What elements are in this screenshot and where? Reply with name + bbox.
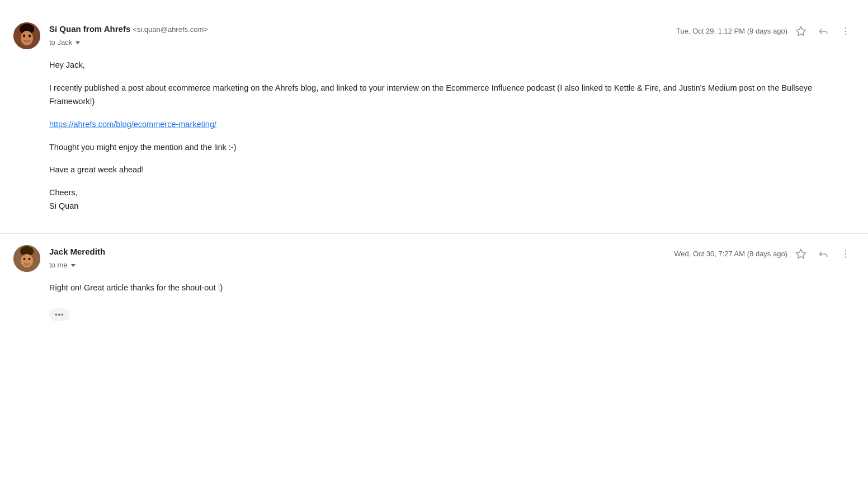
sender-name-2: Jack Meredith (49, 245, 105, 259)
avatar-jack (13, 245, 40, 272)
sender-name-1: Si Quan from Ahrefs <si.quan@ahrefs.com> (49, 22, 208, 36)
star-button-2[interactable] (792, 245, 810, 263)
sender-info-1: Si Quan from Ahrefs <si.quan@ahrefs.com>… (13, 22, 208, 49)
sender-details-1: Si Quan from Ahrefs <si.quan@ahrefs.com>… (49, 22, 208, 49)
expand-button-2[interactable]: ••• (49, 308, 70, 321)
svg-point-8 (845, 34, 847, 36)
body-para2-1: Thought you might enjoy the mention and … (49, 140, 855, 154)
svg-point-4 (29, 35, 31, 37)
avatar-si-svg (13, 22, 40, 49)
message-body-1: Hey Jack, I recently published a post ab… (13, 58, 855, 213)
email-thread: Si Quan from Ahrefs <si.quan@ahrefs.com>… (0, 0, 868, 344)
message-header-2: Jack Meredith to me Wed, Oct 30, 7:27 AM… (13, 245, 855, 272)
message-actions-1: Tue, Oct 29, 1:12 PM (9 days ago) (676, 22, 855, 40)
svg-point-17 (845, 253, 847, 255)
svg-point-14 (23, 263, 31, 266)
body-greeting-1: Hey Jack, (49, 58, 855, 72)
to-dropdown-arrow-2[interactable] (71, 264, 76, 267)
more-icon-1 (840, 26, 851, 37)
svg-point-13 (29, 258, 31, 260)
to-line-1[interactable]: to Jack (49, 37, 208, 49)
message-header-1: Si Quan from Ahrefs <si.quan@ahrefs.com>… (13, 22, 855, 49)
more-button-2[interactable] (837, 245, 855, 263)
svg-marker-15 (796, 250, 806, 259)
message-actions-2: Wed, Oct 30, 7:27 AM (8 days ago) (674, 245, 855, 263)
svg-point-16 (845, 250, 847, 252)
to-line-2[interactable]: to me (49, 260, 105, 271)
avatar-jack-svg (13, 245, 40, 272)
sender-info-2: Jack Meredith to me (13, 245, 105, 272)
svg-point-18 (845, 257, 847, 259)
reply-icon-2 (818, 248, 829, 260)
sender-details-2: Jack Meredith to me (49, 245, 105, 271)
body-para3-1: Have a great week ahead! (49, 163, 855, 177)
body-link-1[interactable]: https://ahrefs.com/blog/ecommerce-market… (49, 120, 216, 129)
svg-point-7 (845, 31, 847, 32)
reply-button-2[interactable] (814, 245, 832, 263)
svg-point-6 (845, 27, 847, 29)
message-body-2: Right on! Great article thanks for the s… (13, 281, 855, 321)
more-button-1[interactable] (837, 22, 855, 40)
more-icon-2 (840, 248, 851, 260)
reply-button-1[interactable] (814, 22, 832, 40)
body-closing-1: Cheers, Si Quan (49, 186, 855, 213)
to-dropdown-arrow-1[interactable] (76, 41, 80, 44)
star-button-1[interactable] (792, 22, 810, 40)
svg-point-12 (23, 258, 26, 260)
timestamp-1: Tue, Oct 29, 1:12 PM (9 days ago) (676, 26, 787, 37)
svg-marker-5 (796, 27, 806, 36)
star-icon-1 (795, 26, 806, 37)
body-para1-1: I recently published a post about ecomme… (49, 81, 855, 109)
avatar-si-quan (13, 22, 40, 49)
email-message-1: Si Quan from Ahrefs <si.quan@ahrefs.com>… (0, 11, 868, 233)
reply-icon-1 (818, 26, 829, 37)
svg-point-2 (21, 31, 33, 45)
body-reply-2: Right on! Great article thanks for the s… (49, 281, 855, 295)
star-icon-2 (795, 248, 806, 260)
timestamp-2: Wed, Oct 30, 7:27 AM (8 days ago) (674, 248, 787, 260)
email-message-2: Jack Meredith to me Wed, Oct 30, 7:27 AM… (0, 233, 868, 332)
svg-point-3 (23, 35, 25, 37)
